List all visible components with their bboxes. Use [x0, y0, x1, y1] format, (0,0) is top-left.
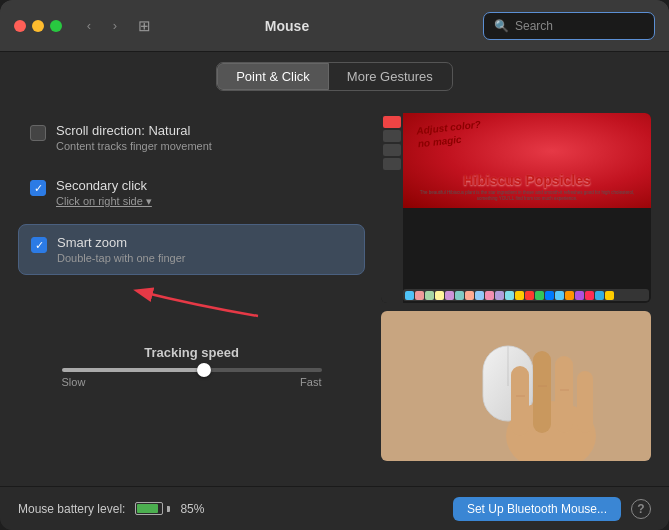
search-box[interactable]: 🔍: [483, 12, 655, 40]
scroll-direction-subtitle: Content tracks finger movement: [56, 140, 212, 152]
titlebar: ‹ › ⊞ Mouse 🔍: [0, 0, 669, 52]
slider-labels: Slow Fast: [62, 376, 322, 388]
hand-svg: [491, 336, 611, 461]
dock-icon-10: [495, 291, 504, 300]
secondary-click-title: Secondary click: [56, 178, 152, 193]
svg-rect-8: [577, 371, 593, 433]
right-panel: Adjust color?no magic Hibiscus Popsicles…: [381, 113, 651, 472]
arrow-svg: [98, 281, 298, 326]
preview-body-text: The beautiful Hibiscus plant is the star…: [411, 190, 643, 204]
dock-icon-1: [405, 291, 414, 300]
preview-bottom-image: [381, 311, 651, 461]
dock-icon-11: [505, 291, 514, 300]
traffic-lights: [14, 20, 62, 32]
battery-fill: [137, 504, 157, 513]
sidebar-thumb-2: [383, 130, 401, 142]
battery-percent: 85%: [180, 502, 204, 516]
battery-label: Mouse battery level:: [18, 502, 125, 516]
scroll-direction-title: Scroll direction: Natural: [56, 123, 212, 138]
slider-container: Slow Fast: [62, 368, 322, 388]
dock-icon-21: [605, 291, 614, 300]
svg-rect-6: [533, 351, 551, 433]
dock-icon-18: [575, 291, 584, 300]
preview-sidebar: [381, 113, 403, 303]
svg-rect-7: [555, 356, 573, 433]
hand-mouse-bg: [381, 311, 651, 461]
scroll-direction-row: Scroll direction: Natural Content tracks…: [18, 113, 365, 162]
tracking-label: Tracking speed: [144, 345, 239, 360]
smart-zoom-text: Smart zoom Double-tap with one finger: [57, 235, 185, 264]
window-title: Mouse: [99, 18, 475, 34]
tab-point-click[interactable]: Point & Click: [217, 63, 329, 90]
tracking-section: Tracking speed Slow Fast: [18, 345, 365, 388]
dock-icon-8: [475, 291, 484, 300]
main-content: Scroll direction: Natural Content tracks…: [0, 99, 669, 486]
smart-zoom-title: Smart zoom: [57, 235, 185, 250]
dock-icon-19: [585, 291, 594, 300]
dock-icon-6: [455, 291, 464, 300]
dock-icon-4: [435, 291, 444, 300]
scroll-direction-checkbox[interactable]: [30, 125, 46, 141]
sidebar-thumb-3: [383, 144, 401, 156]
tabs-bar: Point & Click More Gestures: [0, 52, 669, 99]
back-arrow[interactable]: ‹: [78, 15, 100, 37]
dock-icon-5: [445, 291, 454, 300]
minimize-button[interactable]: [32, 20, 44, 32]
tab-more-gestures[interactable]: More Gestures: [329, 63, 452, 90]
dock-icon-17: [565, 291, 574, 300]
dock-icon-3: [425, 291, 434, 300]
bluetooth-button[interactable]: Set Up Bluetooth Mouse...: [453, 497, 621, 521]
dock-icon-12: [515, 291, 524, 300]
maximize-button[interactable]: [50, 20, 62, 32]
preview-slide-title: Hibiscus Popsicles: [411, 172, 643, 188]
smart-zoom-row: ✓ Smart zoom Double-tap with one finger: [18, 224, 365, 275]
smart-zoom-subtitle: Double-tap with one finger: [57, 252, 185, 264]
dock-icon-15: [545, 291, 554, 300]
scroll-direction-text: Scroll direction: Natural Content tracks…: [56, 123, 212, 152]
slider-slow-label: Slow: [62, 376, 86, 388]
secondary-click-checkbox[interactable]: ✓: [30, 180, 46, 196]
dock-icon-9: [485, 291, 494, 300]
smart-zoom-checkbox[interactable]: ✓: [31, 237, 47, 253]
slider-fast-label: Fast: [300, 376, 321, 388]
dock-icon-16: [555, 291, 564, 300]
left-panel: Scroll direction: Natural Content tracks…: [18, 113, 365, 472]
preview-top-image: Adjust color?no magic Hibiscus Popsicles…: [381, 113, 651, 303]
dock-icon-13: [525, 291, 534, 300]
close-button[interactable]: [14, 20, 26, 32]
tracking-slider[interactable]: [62, 368, 322, 372]
battery-body: [135, 502, 163, 515]
main-window: ‹ › ⊞ Mouse 🔍 Point & Click More Gesture…: [0, 0, 669, 530]
tabs-wrapper: Point & Click More Gestures: [216, 62, 453, 91]
dock-icon-20: [595, 291, 604, 300]
help-button[interactable]: ?: [631, 499, 651, 519]
sidebar-thumb-1: [383, 116, 401, 128]
dock-icon-7: [465, 291, 474, 300]
sidebar-thumb-4: [383, 158, 401, 170]
dock-icon-14: [535, 291, 544, 300]
footer: Mouse battery level: 85% Set Up Bluetoot…: [0, 486, 669, 530]
secondary-click-row: ✓ Secondary click Click on right side ▾: [18, 168, 365, 218]
battery-nub: [167, 506, 170, 512]
battery-icon: [135, 502, 170, 515]
svg-rect-5: [511, 366, 529, 436]
dock-icon-2: [415, 291, 424, 300]
search-icon: 🔍: [494, 19, 509, 33]
secondary-click-text: Secondary click Click on right side ▾: [56, 178, 152, 208]
secondary-click-subtitle[interactable]: Click on right side ▾: [56, 195, 152, 208]
arrow-annotation: [38, 281, 345, 331]
search-input[interactable]: [515, 19, 644, 33]
preview-dock: [403, 289, 649, 301]
